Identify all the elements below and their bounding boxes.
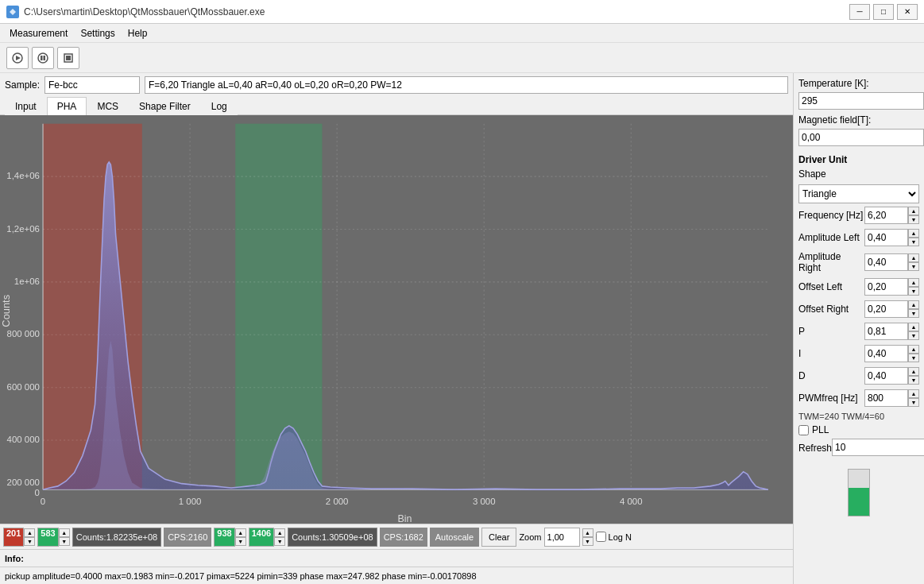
refresh-label: Refresh xyxy=(798,443,832,454)
svg-text:1e+06: 1e+06 xyxy=(14,276,40,286)
d-up[interactable]: ▲ xyxy=(908,367,919,376)
green-spinbox-1-down[interactable]: ▼ xyxy=(59,537,70,546)
shape-select[interactable]: Triangle Sine Square xyxy=(798,184,919,203)
green-spinbox-2-down[interactable]: ▼ xyxy=(235,537,246,546)
amp-left-input[interactable] xyxy=(864,229,908,246)
green-spinbox-2: 938 ▲ ▼ xyxy=(214,528,245,547)
green-spinbox-1: 583 ▲ ▼ xyxy=(37,528,69,547)
status-bar: pickup amplitude=0.4000 max=0.1983 min=-… xyxy=(0,567,793,584)
tab-shape-filter[interactable]: Shape Filter xyxy=(129,97,201,115)
svg-text:0: 0 xyxy=(41,496,45,506)
green-val-2: 938 xyxy=(214,528,234,547)
tab-input[interactable]: Input xyxy=(5,97,47,115)
freq-down[interactable]: ▼ xyxy=(908,215,919,224)
main-content: Sample: Input PHA MCS Shape Filter Log xyxy=(0,73,924,584)
tabs: Input PHA MCS Shape Filter Log xyxy=(0,97,793,115)
amp-right-up[interactable]: ▲ xyxy=(908,253,919,262)
freq-input[interactable] xyxy=(864,207,908,224)
minimize-button[interactable]: ─ xyxy=(849,4,870,20)
i-down[interactable]: ▼ xyxy=(908,354,919,362)
p-up[interactable]: ▲ xyxy=(908,323,919,331)
refresh-row: Refresh ▲ ▼ xyxy=(798,439,919,458)
amp-right-row: Amplitude Right ▲ ▼ xyxy=(798,251,919,273)
log-n-label: Log N xyxy=(609,532,632,542)
i-up[interactable]: ▲ xyxy=(908,345,919,354)
green-spinbox-3-down[interactable]: ▼ xyxy=(274,537,285,546)
close-button[interactable]: ✕ xyxy=(897,4,918,20)
offset-right-up[interactable]: ▲ xyxy=(908,300,919,309)
cps-label-1: CPS:2160 xyxy=(164,528,211,547)
green-spinbox-2-up[interactable]: ▲ xyxy=(235,528,246,537)
amp-right-input[interactable] xyxy=(864,253,908,271)
pwmfreq-up[interactable]: ▲ xyxy=(908,389,919,398)
amp-right-down[interactable]: ▼ xyxy=(908,262,919,271)
offset-left-down[interactable]: ▼ xyxy=(908,287,919,296)
svg-rect-10 xyxy=(235,124,322,489)
red-spinbox-1-down[interactable]: ▼ xyxy=(24,537,35,546)
play-button[interactable] xyxy=(6,47,29,69)
tab-pha[interactable]: PHA xyxy=(47,97,87,115)
green-spinbox-3: 1406 ▲ ▼ xyxy=(249,528,285,547)
sample-description-input[interactable] xyxy=(145,76,788,94)
maximize-button[interactable]: □ xyxy=(873,4,894,20)
p-label: P xyxy=(798,326,864,337)
log-check: Log N xyxy=(596,532,632,542)
svg-text:600 000: 600 000 xyxy=(7,381,40,392)
pll-row: PLL xyxy=(798,424,919,435)
right-panel: Temperature [K]: ▲ ▼ Magnetic field[T]: … xyxy=(793,73,924,584)
svg-text:400 000: 400 000 xyxy=(7,434,40,444)
tab-mcs[interactable]: MCS xyxy=(87,97,129,115)
green-spinbox-3-up[interactable]: ▲ xyxy=(274,528,285,537)
log-n-checkbox[interactable] xyxy=(596,532,606,542)
menu-measurement[interactable]: Measurement xyxy=(3,26,74,41)
freq-up[interactable]: ▲ xyxy=(908,207,919,215)
svg-marker-2 xyxy=(16,56,21,60)
titlebar-controls: ─ □ ✕ xyxy=(849,4,918,20)
d-row: D ▲ ▼ xyxy=(798,367,919,385)
svg-text:1,2e+06: 1,2e+06 xyxy=(6,223,40,234)
pwmfreq-label: PWMfreq [Hz] xyxy=(798,393,864,404)
green-spinbox-1-up[interactable]: ▲ xyxy=(59,528,70,537)
sample-name-input[interactable] xyxy=(44,76,140,94)
menu-help[interactable]: Help xyxy=(122,26,154,41)
tab-log[interactable]: Log xyxy=(201,97,238,115)
svg-text:1 000: 1 000 xyxy=(179,496,202,506)
zoom-down[interactable]: ▼ xyxy=(582,537,593,546)
offset-right-label: Offset Right xyxy=(798,304,864,315)
amp-left-down[interactable]: ▼ xyxy=(908,238,919,246)
menu-settings[interactable]: Settings xyxy=(74,26,121,41)
pwmfreq-down[interactable]: ▼ xyxy=(908,398,919,407)
svg-point-3 xyxy=(38,53,48,63)
svg-rect-7 xyxy=(66,56,71,60)
p-input[interactable] xyxy=(864,323,908,340)
menubar: Measurement Settings Help xyxy=(0,24,924,43)
d-down[interactable]: ▼ xyxy=(908,376,919,385)
pll-checkbox[interactable] xyxy=(798,425,809,435)
amp-left-label: Amplitude Left xyxy=(798,232,864,243)
amp-left-up[interactable]: ▲ xyxy=(908,229,919,238)
green-spinbox-2-arrows: ▲ ▼ xyxy=(235,528,246,546)
d-input[interactable] xyxy=(864,367,908,385)
offset-left-up[interactable]: ▲ xyxy=(908,278,919,287)
refresh-input[interactable] xyxy=(832,439,924,456)
i-input[interactable] xyxy=(864,345,908,362)
green-spinbox-3-arrows: ▲ ▼ xyxy=(274,528,285,546)
mag-input[interactable] xyxy=(798,129,924,146)
offset-right-down[interactable]: ▼ xyxy=(908,309,919,318)
autoscale-button[interactable]: Autoscale xyxy=(430,528,479,547)
offset-left-input[interactable] xyxy=(864,278,908,296)
zoom-input[interactable] xyxy=(544,528,580,547)
pause-button[interactable] xyxy=(32,47,54,69)
green-val-3: 1406 xyxy=(249,528,274,547)
red-spinbox-1-up[interactable]: ▲ xyxy=(24,528,35,537)
offset-right-input[interactable] xyxy=(864,300,908,318)
p-down[interactable]: ▼ xyxy=(908,331,919,340)
green-val-1: 583 xyxy=(37,528,58,547)
pwmfreq-input[interactable] xyxy=(864,389,908,407)
clear-button[interactable]: Clear xyxy=(481,528,516,547)
stop-button[interactable] xyxy=(57,47,79,69)
zoom-up[interactable]: ▲ xyxy=(582,528,593,537)
chart-svg: 1,4e+06 1,2e+06 1e+06 800 000 600 000 40… xyxy=(0,115,793,524)
zoom-spinbox-arrows: ▲ ▼ xyxy=(582,528,593,546)
temp-input[interactable] xyxy=(798,92,924,110)
